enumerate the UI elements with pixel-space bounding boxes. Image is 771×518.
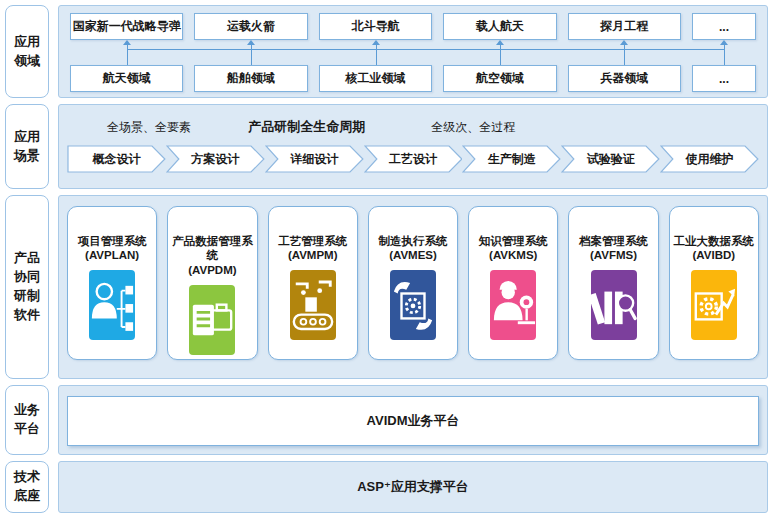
software-card: 工艺管理系统 (AVMPM) bbox=[268, 206, 358, 360]
software-card-code: (AVPLAN) bbox=[85, 248, 139, 263]
lifecycle-stage-label: 详细设计 bbox=[265, 145, 364, 173]
lifecycle-stage-label: 生产制造 bbox=[462, 145, 561, 173]
program-box-row: 国家新一代战略导弹运载火箭北斗导航载人航天探月工程... bbox=[59, 6, 767, 40]
lifecycle-stage-label: 使用维护 bbox=[660, 145, 759, 173]
software-card-code: (AVPDM) bbox=[188, 263, 236, 278]
worker-location-icon bbox=[490, 270, 536, 340]
software-card: 档案管理系统 (AVFMS) bbox=[568, 206, 658, 360]
connector-stub bbox=[251, 45, 252, 65]
connector-stub bbox=[127, 45, 128, 65]
person-org-chart-icon bbox=[89, 270, 135, 340]
software-card-name: 档案管理系统 bbox=[579, 234, 648, 248]
connector-stub bbox=[624, 45, 625, 65]
lifecycle-stage: 详细设计 bbox=[265, 145, 364, 173]
lifecycle-stage-label: 概念设计 bbox=[67, 145, 166, 173]
software-card-code: (AVMES) bbox=[389, 248, 437, 263]
gear-chart-icon bbox=[691, 270, 737, 340]
lifecycle-stage: 工艺设计 bbox=[364, 145, 463, 173]
application-domains-panel: 国家新一代战略导弹运载火箭北斗导航载人航天探月工程... 航天领域船舶领域核工业… bbox=[58, 5, 768, 98]
section-application-domains: 应用 领域 国家新一代战略导弹运载火箭北斗导航载人航天探月工程... 航天领域船… bbox=[5, 5, 768, 98]
clipboard-briefcase-icon bbox=[189, 285, 235, 355]
architecture-diagram: 应用 领域 国家新一代战略导弹运载火箭北斗导航载人航天探月工程... 航天领域船… bbox=[0, 0, 771, 518]
lifecycle-stage-label: 试验验证 bbox=[561, 145, 660, 173]
connector-cell bbox=[692, 40, 756, 65]
software-card: 项目管理系统 (AVPLAN) bbox=[67, 206, 157, 360]
program-box: ... bbox=[692, 13, 756, 40]
lifecycle-stage: 试验验证 bbox=[561, 145, 660, 173]
software-card: 工业大数据系统 (AVIBD) bbox=[669, 206, 759, 360]
field-box-row: 航天领域船舶领域核工业领域航空领域兵器领域... bbox=[59, 65, 767, 92]
section-application-scenarios: 应用 场景 全场景、全要素 产品研制全生命周期 全级次、全过程 概念设计 bbox=[5, 104, 768, 189]
lifecycle-stage: 生产制造 bbox=[462, 145, 561, 173]
scenario-notes: 全场景、全要素 产品研制全生命周期 全级次、全过程 bbox=[59, 115, 767, 139]
conveyor-robot-icon bbox=[290, 270, 336, 340]
field-box: 核工业领域 bbox=[319, 65, 432, 92]
section-label-software: 产品 协同 研制 软件 bbox=[5, 195, 49, 379]
field-box: 船舶领域 bbox=[194, 65, 307, 92]
connector-cell bbox=[568, 40, 681, 65]
software-card-name: 知识管理系统 bbox=[479, 234, 548, 248]
connector-cell bbox=[443, 40, 556, 65]
section-label-business-platform: 业务 平台 bbox=[5, 385, 49, 455]
connector-cell bbox=[319, 40, 432, 65]
field-box: 兵器领域 bbox=[568, 65, 681, 92]
software-card-name: 项目管理系统 bbox=[78, 234, 147, 248]
lifecycle-stage-label: 方案设计 bbox=[166, 145, 265, 173]
program-box: 载人航天 bbox=[443, 13, 556, 40]
connector-stub bbox=[724, 45, 725, 65]
hands-gear-icon bbox=[390, 270, 436, 340]
software-card-row: 项目管理系统 (AVPLAN) 产品数据管理系统 (AVPDM) 工艺管理系统 bbox=[59, 196, 767, 378]
lifecycle-stage-label: 工艺设计 bbox=[364, 145, 463, 173]
lifecycle-stage: 方案设计 bbox=[166, 145, 265, 173]
section-label-technical-foundation: 技术 底座 bbox=[5, 461, 49, 513]
scenario-note-left: 全场景、全要素 bbox=[107, 115, 191, 139]
software-card-code: (AVMPM) bbox=[288, 248, 338, 263]
connector-cell bbox=[194, 40, 307, 65]
section-label-application-domains: 应用 领域 bbox=[5, 5, 49, 98]
software-card-name: 产品数据管理系统 bbox=[168, 234, 256, 263]
connector-cell bbox=[70, 40, 183, 65]
software-card: 制造执行系统 (AVMES) bbox=[368, 206, 458, 360]
program-box: 运载火箭 bbox=[194, 13, 307, 40]
books-magnifier-icon bbox=[591, 270, 637, 340]
lifecycle-title: 产品研制全生命周期 bbox=[248, 115, 365, 139]
connector-stub bbox=[376, 45, 377, 65]
program-box: 国家新一代战略导弹 bbox=[70, 13, 183, 40]
section-technical-foundation: 技术 底座 ASP⁺应用支撑平台 bbox=[5, 461, 768, 513]
technical-foundation-panel: ASP⁺应用支撑平台 bbox=[58, 461, 768, 513]
program-box: 北斗导航 bbox=[319, 13, 432, 40]
software-card-name: 制造执行系统 bbox=[378, 234, 447, 248]
software-card-code: (AVKMS) bbox=[489, 248, 537, 263]
section-software: 产品 协同 研制 软件 项目管理系统 (AVPLAN) 产品数据管理系统 (AV… bbox=[5, 195, 768, 379]
business-platform-panel: AVIDM业务平台 bbox=[58, 385, 768, 455]
software-card-code: (AVIBD) bbox=[693, 248, 736, 263]
technical-foundation-bar: ASP⁺应用支撑平台 bbox=[59, 462, 767, 512]
field-box: 航空领域 bbox=[443, 65, 556, 92]
lifecycle-stage-row: 概念设计 方案设计 详细设计 bbox=[59, 145, 767, 173]
program-box: 探月工程 bbox=[568, 13, 681, 40]
software-card-name: 工艺管理系统 bbox=[278, 234, 347, 248]
lifecycle-stage: 概念设计 bbox=[67, 145, 166, 173]
software-card-code: (AVFMS) bbox=[590, 248, 637, 263]
scenario-note-right: 全级次、全过程 bbox=[431, 115, 515, 139]
business-platform-bar: AVIDM业务平台 bbox=[67, 396, 759, 446]
domain-connectors bbox=[59, 40, 767, 65]
field-box: ... bbox=[692, 65, 756, 92]
field-box: 航天领域 bbox=[70, 65, 183, 92]
software-card: 知识管理系统 (AVKMS) bbox=[468, 206, 558, 360]
software-panel: 项目管理系统 (AVPLAN) 产品数据管理系统 (AVPDM) 工艺管理系统 bbox=[58, 195, 768, 379]
application-scenarios-panel: 全场景、全要素 产品研制全生命周期 全级次、全过程 概念设计 bbox=[58, 104, 768, 189]
section-business-platform: 业务 平台 AVIDM业务平台 bbox=[5, 385, 768, 455]
connector-stub bbox=[500, 45, 501, 65]
section-label-application-scenarios: 应用 场景 bbox=[5, 104, 49, 189]
software-card: 产品数据管理系统 (AVPDM) bbox=[167, 206, 257, 360]
lifecycle-stage: 使用维护 bbox=[660, 145, 759, 173]
software-card-name: 工业大数据系统 bbox=[674, 234, 755, 248]
